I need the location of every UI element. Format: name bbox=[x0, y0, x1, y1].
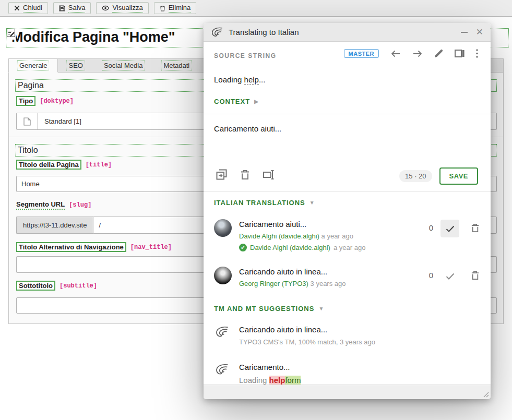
page-title: Modifica Pagina "Home" bbox=[11, 29, 175, 45]
source-text-prefix: Loading bbox=[214, 75, 244, 84]
tipo-field-name: [doktype] bbox=[40, 98, 74, 105]
char-counter: 15 · 20 bbox=[399, 170, 432, 182]
close-button-label: Chiudi bbox=[23, 4, 42, 13]
nav-title-field-name: [nav_title] bbox=[130, 244, 172, 251]
source-term[interactable]: help bbox=[244, 75, 259, 85]
crowdin-translation-modal: Translating to Italian ✕ SOURCE STRING M… bbox=[204, 23, 491, 399]
translations-section-toggle[interactable]: ITALIAN TRANSLATIONS ▼ bbox=[214, 199, 315, 207]
arrow-left-icon bbox=[390, 50, 401, 58]
approve-button[interactable] bbox=[440, 267, 459, 285]
approved-line: ✔ Davide Alghi (davide.alghi) a year ago bbox=[239, 244, 365, 251]
trash-icon bbox=[241, 170, 249, 180]
nav-title-label-text: Titolo Alternativo di Navigazione bbox=[16, 242, 126, 252]
check-icon bbox=[446, 273, 455, 280]
save-translation-button[interactable]: SAVE bbox=[439, 167, 478, 185]
more-menu-button[interactable] bbox=[476, 49, 478, 58]
modal-footer bbox=[204, 385, 491, 399]
tipo-label-text: Tipo bbox=[16, 96, 35, 106]
doc-header-toolbar: Chiudi Salva Visualizza Elimina bbox=[0, 0, 512, 17]
author-name: Georg Ringer (TYPO3) bbox=[239, 280, 308, 287]
vote-count: 0 bbox=[429, 223, 433, 232]
edit-record-icon bbox=[7, 29, 16, 40]
doktype-selected-value: Standard [1] bbox=[38, 117, 81, 125]
title-label-text: Titolo della Pagina bbox=[16, 160, 81, 170]
source-text-suffix: ... bbox=[259, 75, 266, 84]
pencil-icon bbox=[434, 49, 443, 58]
resize-grip[interactable] bbox=[483, 391, 489, 398]
translation-author-line: Georg Ringer (TYPO3) 3 years ago bbox=[239, 280, 346, 287]
vote-count: 0 bbox=[429, 271, 433, 280]
chevron-down-icon: ▼ bbox=[318, 306, 324, 311]
translation-author-line: Davide Alghi (davide.alghi) a year ago bbox=[239, 232, 365, 240]
avatar bbox=[214, 267, 232, 284]
floppy-icon bbox=[59, 5, 65, 11]
suggestions-section-toggle[interactable]: TM AND MT SUGGESTIONS ▼ bbox=[214, 305, 324, 313]
crowdin-tm-icon bbox=[215, 326, 229, 339]
field-label-subtitle: Sottotitolo [subtitle] bbox=[16, 281, 97, 291]
subtitle-field-name: [subtitle] bbox=[59, 282, 97, 290]
tab-generale[interactable]: Generale bbox=[8, 59, 58, 73]
source-string-text: Loading help... bbox=[214, 75, 265, 84]
copy-source-button[interactable] bbox=[216, 169, 227, 180]
delete-translation-button[interactable] bbox=[471, 223, 479, 233]
tab-social-media-label: Social Media bbox=[102, 61, 145, 70]
tab-social-media[interactable]: Social Media bbox=[93, 59, 153, 72]
text-selection-button[interactable] bbox=[263, 170, 276, 180]
subtitle-label-text: Sottotitolo bbox=[16, 281, 55, 291]
close-icon[interactable]: ✕ bbox=[476, 28, 483, 37]
diff-added: form bbox=[285, 376, 301, 385]
crowdin-tm-icon bbox=[215, 363, 229, 376]
translation-text: Caricando aiuto in linea... bbox=[239, 267, 346, 276]
field-label-title: Titolo della Pagina [title] bbox=[16, 160, 112, 170]
close-button[interactable]: Chiudi bbox=[8, 2, 48, 14]
slug-label-text: Segmento URL bbox=[16, 200, 65, 210]
master-branch-badge: MASTER bbox=[344, 49, 379, 58]
divider bbox=[204, 191, 491, 191]
delete-button[interactable]: Elimina bbox=[154, 2, 197, 14]
copy-icon bbox=[216, 169, 227, 180]
source-toolbar: MASTER bbox=[344, 49, 478, 58]
previous-string-button[interactable] bbox=[390, 50, 401, 58]
suggestion-text: Caricamento... bbox=[239, 363, 301, 371]
arrow-right-icon bbox=[412, 50, 423, 58]
diff-prefix: Loading bbox=[239, 376, 269, 385]
tab-metadati[interactable]: Metadati bbox=[153, 59, 200, 72]
check-icon bbox=[446, 225, 455, 232]
approve-button[interactable] bbox=[440, 220, 459, 237]
tab-seo[interactable]: SEO bbox=[58, 59, 93, 72]
text-cursor-box-icon bbox=[263, 170, 276, 180]
approver-name: Davide Alghi (davide.alghi) bbox=[250, 244, 330, 251]
translation-input[interactable]: Caricamento aiuti... bbox=[214, 124, 465, 155]
edit-source-button[interactable] bbox=[434, 49, 443, 58]
approved-time: a year ago bbox=[334, 244, 365, 251]
page-doc-icon bbox=[17, 113, 38, 129]
crowdin-logo-icon bbox=[211, 27, 223, 38]
x-icon bbox=[14, 5, 20, 11]
modal-title: Translating to Italian bbox=[229, 28, 299, 37]
clear-translation-button[interactable] bbox=[241, 170, 249, 180]
trash-icon bbox=[160, 5, 165, 11]
diff-removed: help bbox=[269, 376, 285, 385]
tab-seo-label: SEO bbox=[66, 61, 85, 70]
next-string-button[interactable] bbox=[412, 50, 423, 58]
translation-text: Caricamento aiuti... bbox=[239, 220, 365, 229]
save-button[interactable]: Salva bbox=[53, 2, 91, 14]
field-label-slug: Segmento URL [slug] bbox=[16, 200, 91, 210]
side-panel-icon bbox=[455, 50, 465, 57]
trash-icon bbox=[471, 223, 479, 233]
view-button[interactable]: Visualizza bbox=[96, 2, 148, 14]
minimize-icon[interactable] bbox=[461, 32, 468, 33]
chevron-right-icon: ▶ bbox=[254, 99, 259, 104]
translation-toolbar bbox=[216, 169, 276, 180]
delete-translation-button[interactable] bbox=[471, 271, 479, 280]
context-label: CONTEXT bbox=[214, 98, 250, 105]
source-string-label: SOURCE STRING bbox=[214, 52, 277, 59]
toggle-panel-button[interactable] bbox=[455, 50, 465, 57]
avatar bbox=[214, 219, 232, 237]
context-toggle[interactable]: CONTEXT ▶ bbox=[214, 98, 259, 105]
suggestion-text: Caricando aiuto in linea... bbox=[239, 325, 375, 334]
title-field-name: [title] bbox=[86, 161, 112, 169]
slug-prefix: https://t3-11.ddev.site bbox=[16, 217, 93, 234]
modal-header[interactable]: Translating to Italian ✕ bbox=[204, 23, 491, 42]
save-button-label: Salva bbox=[68, 4, 86, 13]
